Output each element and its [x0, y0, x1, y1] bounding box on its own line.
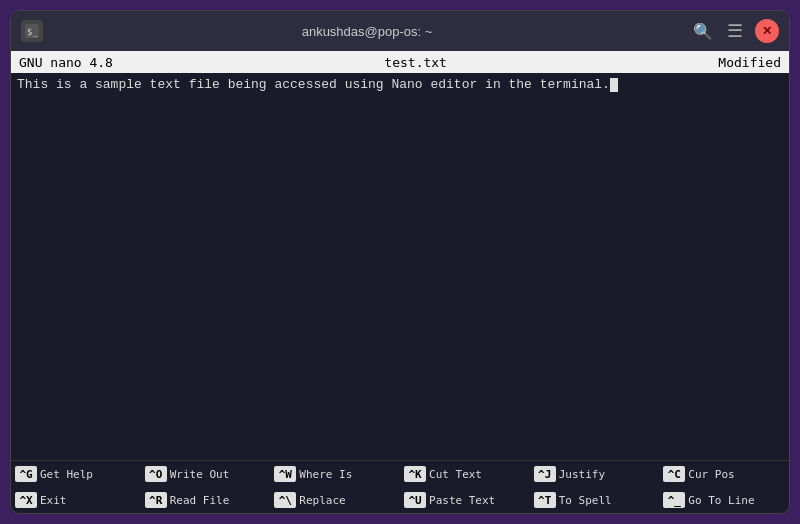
titlebar-title: ankushdas@pop-os: ~ [302, 24, 433, 39]
key-replace: ^\ [274, 492, 296, 508]
terminal-window: $_ ankushdas@pop-os: ~ 🔍 ☰ ✕ GNU nano 4.… [10, 10, 790, 514]
footer-row-1: ^G Get Help ^O Write Out ^W Where Is ^K … [11, 461, 789, 487]
key-where-is: ^W [274, 466, 296, 482]
key-get-help: ^G [15, 466, 37, 482]
text-cursor [610, 78, 618, 92]
footer-item-read-file: ^R Read File [141, 487, 271, 513]
key-read-file: ^R [145, 492, 167, 508]
titlebar-left: $_ [21, 20, 43, 42]
close-button[interactable]: ✕ [755, 19, 779, 43]
editor-area[interactable]: This is a sample text file being accesse… [11, 73, 789, 460]
svg-text:$_: $_ [27, 27, 38, 37]
footer-item-get-help: ^G Get Help [11, 461, 141, 487]
key-cur-pos: ^C [663, 466, 685, 482]
footer-row-2: ^X Exit ^R Read File ^\ Replace ^U Paste… [11, 487, 789, 513]
menu-button[interactable]: ☰ [723, 19, 747, 43]
nano-filename: test.txt [384, 55, 447, 70]
key-cut-text: ^K [404, 466, 426, 482]
key-paste-text: ^U [404, 492, 426, 508]
footer-item-go-to-line: ^_ Go To Line [659, 487, 789, 513]
key-justify: ^J [534, 466, 556, 482]
nano-header: GNU nano 4.8 test.txt Modified [11, 51, 789, 73]
footer-item-cut-text: ^K Cut Text [400, 461, 530, 487]
key-to-spell: ^T [534, 492, 556, 508]
key-go-to-line: ^_ [663, 492, 685, 508]
key-exit: ^X [15, 492, 37, 508]
footer-item-cur-pos: ^C Cur Pos [659, 461, 789, 487]
footer-item-write-out: ^O Write Out [141, 461, 271, 487]
terminal-icon: $_ [21, 20, 43, 42]
footer-item-to-spell: ^T To Spell [530, 487, 660, 513]
editor-line-1: This is a sample text file being accesse… [17, 77, 783, 92]
nano-version: GNU nano 4.8 [19, 55, 113, 70]
titlebar: $_ ankushdas@pop-os: ~ 🔍 ☰ ✕ [11, 11, 789, 51]
footer-item-replace: ^\ Replace [270, 487, 400, 513]
nano-footer: ^G Get Help ^O Write Out ^W Where Is ^K … [11, 460, 789, 513]
titlebar-controls: 🔍 ☰ ✕ [691, 19, 779, 43]
footer-item-where-is: ^W Where Is [270, 461, 400, 487]
footer-item-exit: ^X Exit [11, 487, 141, 513]
search-button[interactable]: 🔍 [691, 19, 715, 43]
nano-status: Modified [718, 55, 781, 70]
footer-item-justify: ^J Justify [530, 461, 660, 487]
key-write-out: ^O [145, 466, 167, 482]
footer-item-paste-text: ^U Paste Text [400, 487, 530, 513]
